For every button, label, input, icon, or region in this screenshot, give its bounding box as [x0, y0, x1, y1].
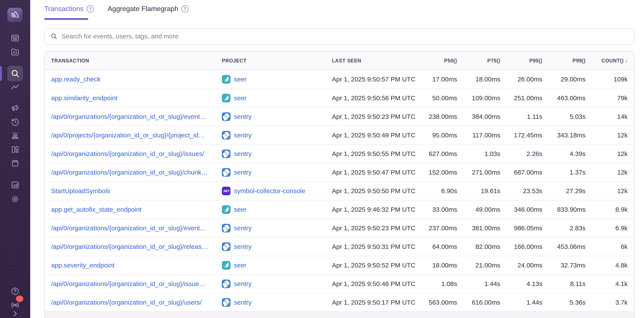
- table-body: app.ready_check seer Apr 1, 2025 9:50:57…: [45, 70, 634, 311]
- table-row[interactable]: /api/0/organizations/{organization_id_or…: [45, 237, 634, 256]
- transaction-link[interactable]: /api/0/organizations/{organization_id_or…: [51, 280, 222, 287]
- table-row[interactable]: /api/0/projects/{organization_id_or_slug…: [45, 126, 634, 144]
- project-link[interactable]: sentry: [234, 280, 252, 287]
- project-link[interactable]: sentry: [234, 169, 252, 176]
- last-seen-value: Apr 1, 2025 9:50:56 PM UTC: [332, 94, 414, 102]
- transaction-link[interactable]: app.similarity_endpoint: [51, 94, 222, 102]
- p99-value: 453.06ms: [542, 243, 586, 250]
- dashboards-icon[interactable]: [10, 145, 20, 154]
- transaction-link[interactable]: /api/0/organizations/{organization_id_or…: [51, 224, 222, 232]
- transaction-link[interactable]: app.severity_endpoint: [51, 262, 222, 269]
- p99-value: 29.00ms: [542, 76, 586, 83]
- project-link[interactable]: sentry: [234, 243, 252, 250]
- project-cell[interactable]: seer: [222, 75, 332, 84]
- col-header-p50[interactable]: P50(): [414, 58, 457, 64]
- count-value: 12k: [586, 187, 628, 195]
- project-cell[interactable]: sentry: [222, 112, 332, 121]
- help-icon[interactable]: ?: [181, 5, 188, 13]
- search-input[interactable]: [62, 33, 628, 40]
- project-cell[interactable]: sentry: [222, 224, 332, 232]
- transaction-link[interactable]: /api/0/organizations/{organization_id_or…: [51, 150, 222, 157]
- count-value: 4.1k: [586, 280, 628, 287]
- project-link[interactable]: sentry: [234, 132, 252, 139]
- col-header-project[interactable]: Project: [222, 58, 332, 64]
- table-row[interactable]: /api/0/organizations/{organization_id_or…: [45, 274, 634, 293]
- project-cell[interactable]: sentry: [222, 150, 332, 158]
- project-cell[interactable]: sentry: [222, 168, 332, 177]
- search-nav-icon[interactable]: [10, 69, 20, 78]
- collapse-chevron-icon[interactable]: [10, 309, 20, 318]
- settings-gear-icon[interactable]: [10, 194, 20, 204]
- project-cell[interactable]: seer: [222, 94, 332, 102]
- project-link[interactable]: seer: [234, 206, 246, 213]
- project-cell[interactable]: sentry: [222, 131, 332, 140]
- tab-transactions[interactable]: Transactions ?: [44, 5, 94, 13]
- help-circle-icon[interactable]: [10, 286, 20, 296]
- table-row[interactable]: app.severity_endpoint seer Apr 1, 2025 9…: [45, 256, 634, 274]
- p75-value: 1.03s: [457, 150, 500, 157]
- p50-value: 238.00ms: [414, 113, 457, 120]
- last-seen-value: Apr 1, 2025 9:50:52 PM UTC: [332, 262, 414, 269]
- project-cell[interactable]: sentry: [222, 242, 332, 251]
- tab-aggregate-flamegraph[interactable]: Aggregate Flamegraph ?: [108, 5, 188, 13]
- table-row[interactable]: /api/0/organizations/{organization_id_or…: [45, 219, 634, 237]
- table-row[interactable]: /api/0/organizations/{organization_id_or…: [45, 144, 634, 163]
- project-link[interactable]: seer: [234, 76, 246, 83]
- project-link[interactable]: sentry: [234, 299, 252, 306]
- alerts-siren-icon[interactable]: [10, 131, 20, 140]
- project-link[interactable]: sentry: [234, 224, 252, 232]
- table-row[interactable]: app.similarity_endpoint seer Apr 1, 2025…: [45, 89, 634, 107]
- col-header-p99[interactable]: P99(): [542, 58, 586, 64]
- project-cell[interactable]: seer: [222, 261, 332, 270]
- stats-icon[interactable]: [10, 180, 20, 190]
- insights-icon[interactable]: [10, 83, 20, 93]
- notification-dot: [16, 295, 23, 302]
- table-row[interactable]: /api/0/organizations/{organization_id_or…: [45, 107, 634, 126]
- transaction-link[interactable]: /api/0/organizations/{organization_id_or…: [51, 169, 222, 176]
- col-header-p75[interactable]: P75(): [457, 58, 500, 64]
- p50-value: 17.00ms: [414, 76, 457, 83]
- table-row[interactable]: /api/0/organizations/{organization_id_or…: [45, 293, 634, 311]
- table-row[interactable]: app.get_autofix_state_endpoint seer Apr …: [45, 200, 634, 219]
- sentry-logo[interactable]: [7, 8, 22, 22]
- p75-value: 381.00ms: [457, 224, 500, 232]
- count-value: 14k: [586, 113, 628, 120]
- replays-history-icon[interactable]: [10, 117, 20, 127]
- table-footer: [45, 311, 634, 318]
- project-link[interactable]: seer: [234, 94, 246, 102]
- releases-icon[interactable]: [10, 159, 20, 168]
- transaction-link[interactable]: /api/0/organizations/{organization_id_or…: [51, 299, 222, 306]
- p50-value: 95.00ms: [414, 132, 457, 139]
- col-header-p95[interactable]: P95(): [500, 58, 542, 64]
- transaction-link[interactable]: /api/0/projects/{organization_id_or_slug…: [51, 132, 222, 139]
- transaction-link[interactable]: /api/0/organizations/{organization_id_or…: [51, 243, 222, 250]
- project-cell[interactable]: seer: [222, 205, 332, 214]
- transaction-link[interactable]: StartUploadSymbols: [51, 187, 222, 195]
- sidebar: [0, 0, 30, 318]
- project-cell[interactable]: .NET symbol-collector-console: [222, 187, 332, 195]
- issues-icon[interactable]: [10, 33, 20, 43]
- transaction-link[interactable]: /api/0/organizations/{organization_id_or…: [51, 113, 222, 120]
- p50-value: 152.00ms: [414, 169, 457, 176]
- transaction-link[interactable]: app.ready_check: [51, 76, 222, 83]
- seer-project-icon: [222, 261, 230, 270]
- col-header-count[interactable]: Count()↓: [586, 58, 628, 64]
- table-row[interactable]: app.ready_check seer Apr 1, 2025 9:50:57…: [45, 70, 634, 89]
- col-header-transaction[interactable]: Transaction: [51, 58, 222, 64]
- transaction-link[interactable]: app.get_autofix_state_endpoint: [51, 206, 222, 213]
- help-icon[interactable]: ?: [86, 5, 94, 13]
- project-cell[interactable]: sentry: [222, 298, 332, 307]
- project-link[interactable]: sentry: [234, 150, 252, 157]
- project-link[interactable]: sentry: [234, 113, 252, 120]
- feedback-megaphone-icon[interactable]: [10, 103, 20, 113]
- p99-value: 27.29s: [542, 187, 586, 195]
- col-header-last-seen[interactable]: Last Seen: [332, 58, 414, 64]
- project-cell[interactable]: sentry: [222, 279, 332, 288]
- table-row[interactable]: /api/0/organizations/{organization_id_or…: [45, 163, 634, 181]
- sort-desc-icon[interactable]: ↓: [625, 58, 628, 64]
- explore-icon[interactable]: [10, 47, 20, 57]
- search-bar[interactable]: [44, 28, 634, 45]
- project-link[interactable]: seer: [234, 262, 246, 269]
- project-link[interactable]: symbol-collector-console: [234, 187, 305, 195]
- table-row[interactable]: StartUploadSymbols .NET symbol-collector…: [45, 181, 634, 200]
